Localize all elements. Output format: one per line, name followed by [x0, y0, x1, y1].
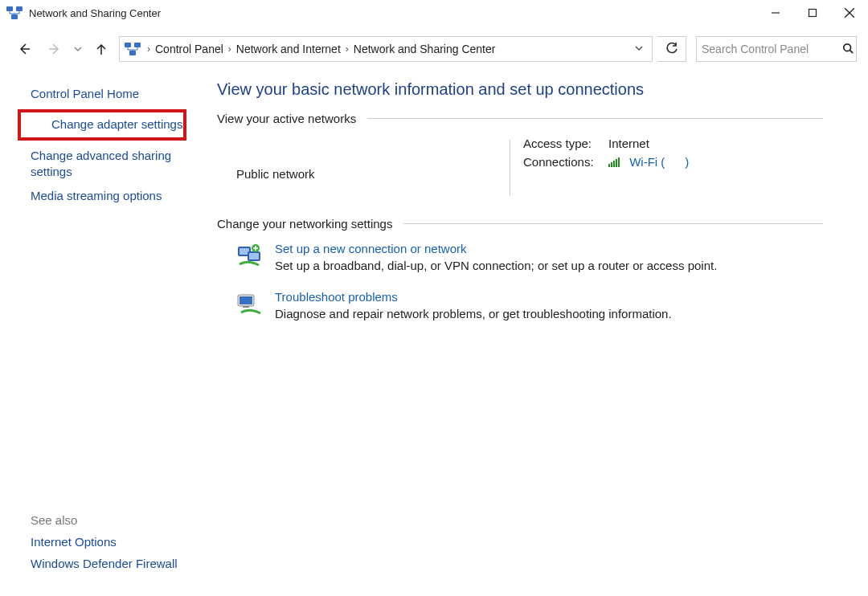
svg-line-11: [850, 50, 854, 53]
breadcrumb-network-sharing-center[interactable]: Network and Sharing Center: [354, 43, 496, 55]
sidebar-item-media-streaming[interactable]: Media streaming options: [0, 184, 198, 208]
wifi-signal-icon: [608, 156, 623, 169]
breadcrumb-control-panel[interactable]: Control Panel: [155, 43, 223, 55]
chevron-right-icon[interactable]: ›: [342, 43, 352, 55]
window-title: Network and Sharing Center: [29, 7, 161, 19]
address-bar[interactable]: › Control Panel › Network and Internet ›…: [119, 36, 653, 62]
sidebar-item-control-panel-home[interactable]: Control Panel Home: [0, 82, 198, 106]
sidebar-item-change-advanced-sharing[interactable]: Change advanced sharing settings: [0, 144, 198, 185]
svg-rect-0: [6, 6, 13, 11]
title-bar: Network and Sharing Center: [0, 0, 868, 26]
see-also: See also Internet Options Windows Defend…: [31, 513, 178, 578]
svg-rect-19: [243, 306, 249, 308]
connection-link[interactable]: Wi-Fi ( ): [608, 155, 689, 169]
setup-connection-desc: Set up a broadband, dial-up, or VPN conn…: [275, 259, 717, 272]
up-button[interactable]: [88, 36, 114, 62]
back-button[interactable]: [11, 36, 37, 62]
svg-rect-15: [249, 253, 259, 259]
option-troubleshoot: Troubleshoot problems Diagnose and repai…: [236, 290, 823, 320]
active-network-block: Public network Access type: Internet Con…: [236, 137, 823, 196]
search-box[interactable]: [696, 36, 857, 62]
svg-point-10: [844, 43, 851, 51]
divider: [367, 118, 823, 119]
see-also-defender-firewall[interactable]: Windows Defender Firewall: [31, 557, 178, 570]
active-networks-label: View your active networks: [217, 112, 356, 125]
active-networks-heading: View your active networks: [217, 112, 823, 125]
divider: [403, 223, 823, 224]
search-input[interactable]: [702, 43, 842, 55]
address-dropdown[interactable]: [631, 43, 647, 55]
change-settings-label: Change your networking settings: [217, 217, 392, 231]
svg-rect-9: [129, 51, 136, 55]
chevron-right-icon[interactable]: ›: [144, 43, 154, 55]
refresh-button[interactable]: [657, 36, 686, 62]
change-settings-heading: Change your networking settings: [217, 217, 823, 231]
vertical-divider: [510, 140, 510, 196]
search-icon[interactable]: [842, 43, 854, 56]
recent-locations-dropdown[interactable]: [72, 43, 84, 55]
navigation-bar: › Control Panel › Network and Internet ›…: [0, 34, 868, 64]
connections-label: Connections:: [523, 155, 600, 169]
minimize-button[interactable]: [757, 0, 794, 26]
access-type-label: Access type:: [523, 137, 600, 150]
troubleshoot-icon: [236, 292, 262, 317]
close-button[interactable]: [831, 0, 868, 26]
svg-rect-8: [134, 43, 141, 47]
chevron-right-icon[interactable]: ›: [225, 43, 235, 55]
network-sharing-icon: [125, 41, 141, 57]
troubleshoot-link[interactable]: Troubleshoot problems: [275, 290, 672, 304]
svg-rect-4: [809, 10, 817, 17]
sidebar-item-change-adapter-settings[interactable]: Change adapter settings: [18, 109, 186, 140]
setup-connection-link[interactable]: Set up a new connection or network: [275, 242, 717, 255]
wifi-connection-truncation: ): [669, 155, 690, 169]
access-type-value: Internet: [608, 137, 649, 150]
setup-connection-icon: [236, 243, 262, 269]
sidebar: Control Panel Home Change adapter settin…: [0, 64, 198, 596]
network-sharing-icon: [6, 5, 23, 21]
svg-rect-1: [16, 6, 23, 11]
forward-button[interactable]: [42, 36, 68, 62]
breadcrumb-network-and-internet[interactable]: Network and Internet: [236, 43, 341, 55]
option-setup-connection: Set up a new connection or network Set u…: [236, 242, 823, 272]
see-also-heading: See also: [31, 513, 178, 527]
troubleshoot-desc: Diagnose and repair network problems, or…: [275, 307, 672, 320]
page-title: View your basic network information and …: [217, 80, 823, 99]
main-pane: View your basic network information and …: [198, 64, 868, 596]
see-also-internet-options[interactable]: Internet Options: [31, 535, 178, 549]
network-type-label: Public network: [236, 167, 510, 181]
svg-rect-2: [11, 14, 18, 19]
svg-rect-18: [240, 296, 252, 304]
maximize-button[interactable]: [794, 0, 831, 26]
svg-rect-7: [125, 43, 131, 47]
window-controls: [757, 0, 868, 26]
wifi-connection-name[interactable]: Wi-Fi (: [629, 155, 665, 169]
